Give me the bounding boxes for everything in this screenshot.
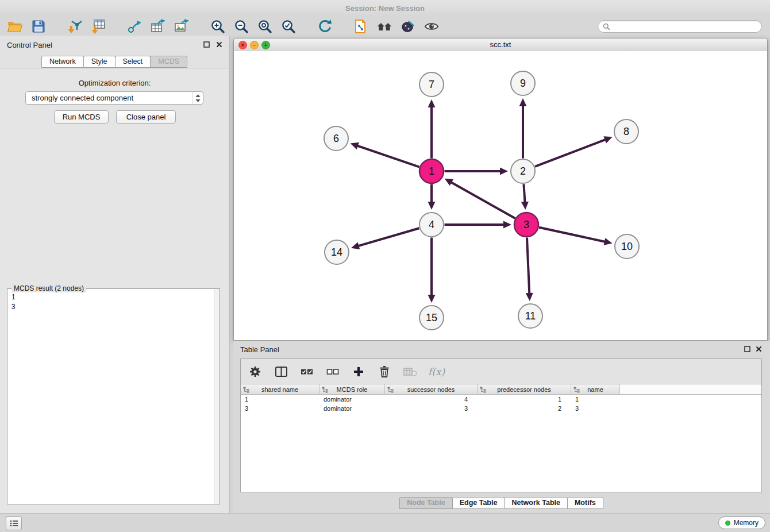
delete-column-icon[interactable]	[376, 364, 392, 380]
export-table-icon[interactable]	[150, 18, 166, 34]
deselect-all-icon[interactable]	[325, 364, 341, 380]
import-network-icon[interactable]	[67, 18, 83, 34]
mcds-result-box: MCDS result (2 nodes) 13	[7, 288, 220, 504]
fx-label: f(x)	[428, 366, 445, 377]
show-columns-icon[interactable]	[273, 364, 289, 380]
export-network-icon[interactable]	[126, 18, 143, 34]
graph-node-4[interactable]: 4	[419, 213, 444, 237]
column-header-label: shared name	[261, 386, 298, 393]
result-scrollbar[interactable]	[214, 289, 220, 504]
graph-edge-2-8[interactable]	[535, 140, 606, 167]
tab-mcds[interactable]: MCDS	[150, 56, 187, 68]
graphics-details-icon[interactable]	[424, 18, 440, 34]
table-cell[interactable]: dominator	[319, 395, 385, 404]
graph-edge-2-3[interactable]	[523, 184, 525, 203]
graph-node-label: 1	[429, 165, 434, 177]
column-header-name[interactable]: name	[571, 384, 620, 395]
zoom-fit-icon[interactable]	[257, 18, 273, 34]
network-canvas[interactable]: 7968124314101511	[234, 51, 767, 340]
network-window-titlebar[interactable]: × − + scc.txt	[234, 38, 767, 52]
table-cell[interactable]: 4	[385, 395, 478, 404]
close-panel-icon[interactable]	[215, 40, 224, 49]
list-icon	[10, 520, 18, 527]
first-neighbors-icon[interactable]	[376, 18, 392, 34]
table-cell[interactable]: dominator	[319, 404, 385, 413]
annotations-icon[interactable]	[400, 18, 416, 34]
close-panel-button[interactable]: Close panel	[116, 110, 176, 124]
graph-edge-3-1[interactable]	[451, 182, 515, 218]
graph-node-3[interactable]: 3	[514, 213, 538, 237]
graph-edge-arrowhead	[428, 99, 436, 107]
table-cell[interactable]: 1	[571, 395, 620, 404]
graph-edge-4-14[interactable]	[357, 228, 419, 246]
search-input[interactable]	[613, 22, 753, 31]
dropdown-arrows-icon	[192, 92, 203, 104]
graph-edge-3-11[interactable]	[527, 237, 529, 294]
save-session-icon[interactable]	[30, 18, 47, 34]
window-title: Session: New Session	[345, 4, 425, 13]
tab-style[interactable]: Style	[83, 56, 116, 68]
tab-select[interactable]: Select	[115, 56, 151, 68]
network-graph[interactable]: 7968124314101511	[234, 51, 767, 341]
table-cell[interactable]: 3	[385, 404, 478, 413]
column-header-shared-name[interactable]: shared name	[241, 384, 319, 395]
table-settings-gear-icon[interactable]	[247, 364, 263, 380]
graph-node-2[interactable]: 2	[511, 159, 535, 183]
table-header-row: shared nameMCDS rolesuccessor nodesprede…	[241, 384, 761, 395]
column-tree-icon	[387, 387, 394, 393]
table-row[interactable]: 3dominator323	[241, 404, 761, 413]
table-cell[interactable]: 3	[571, 404, 620, 413]
graph-node-6[interactable]: 6	[324, 126, 348, 151]
graph-node-1[interactable]: 1	[419, 159, 444, 183]
import-table-icon[interactable]	[90, 18, 106, 34]
export-image-icon[interactable]	[174, 18, 190, 34]
zoom-in-icon[interactable]	[210, 18, 226, 34]
graph-node-9[interactable]: 9	[511, 71, 535, 95]
table-cell[interactable]: 3	[241, 404, 319, 413]
column-header-successor-nodes[interactable]: successor nodes	[385, 384, 478, 395]
float-panel-icon[interactable]	[202, 40, 211, 49]
apply-layout-icon[interactable]	[317, 18, 333, 34]
control-panel-title: Control Panel	[7, 41, 52, 49]
column-tree-icon	[322, 387, 328, 393]
graph-node-15[interactable]: 15	[419, 306, 444, 330]
tab-network-table[interactable]: Network Table	[504, 497, 568, 509]
search-field[interactable]	[598, 20, 762, 33]
tab-edge-table[interactable]: Edge Table	[452, 497, 505, 509]
graph-node-7[interactable]: 7	[419, 72, 444, 97]
create-column-icon[interactable]	[351, 364, 367, 380]
zoom-selected-icon[interactable]	[280, 18, 297, 34]
main-toolbar	[0, 16, 770, 37]
graph-edge-1-6[interactable]	[357, 145, 419, 167]
application-window: Session: New Session	[0, 0, 770, 532]
memory-status-icon	[725, 521, 730, 526]
network-clipboard-icon[interactable]	[353, 18, 369, 34]
graph-node-11[interactable]: 11	[518, 304, 542, 328]
graph-node-14[interactable]: 14	[325, 240, 349, 264]
table-cell[interactable]: 1	[241, 395, 319, 404]
table-cell[interactable]: 1	[478, 395, 571, 404]
tab-motifs[interactable]: Motifs	[567, 497, 603, 509]
close-table-panel-icon[interactable]	[754, 345, 763, 353]
column-header-predecessor-nodes[interactable]: predecessor nodes	[478, 384, 571, 395]
table-cell[interactable]: 2	[478, 404, 571, 413]
network-window-title: scc.txt	[234, 40, 767, 49]
criterion-dropdown[interactable]: strongly connected component	[25, 91, 203, 105]
function-builder-icon: f(x)	[428, 364, 445, 380]
zoom-out-icon[interactable]	[233, 18, 249, 34]
column-header-mcds-role[interactable]: MCDS role	[319, 384, 385, 395]
table-row[interactable]: 1dominator411	[241, 395, 761, 404]
tab-node-table[interactable]: Node Table	[399, 497, 452, 509]
graph-node-label: 4	[429, 219, 434, 230]
control-panel-tabs: NetworkStyleSelectMCDS	[0, 56, 229, 68]
graph-edge-3-10[interactable]	[539, 228, 606, 242]
select-all-icon[interactable]	[299, 364, 315, 380]
tab-network[interactable]: Network	[41, 56, 84, 68]
memory-button[interactable]: Memory	[718, 516, 765, 529]
run-mcds-button[interactable]: Run MCDS	[54, 110, 109, 124]
graph-node-8[interactable]: 8	[614, 119, 638, 144]
open-file-icon[interactable]	[7, 18, 23, 34]
task-history-button[interactable]	[6, 516, 22, 530]
float-table-panel-icon[interactable]	[743, 345, 752, 353]
graph-node-10[interactable]: 10	[615, 234, 639, 259]
